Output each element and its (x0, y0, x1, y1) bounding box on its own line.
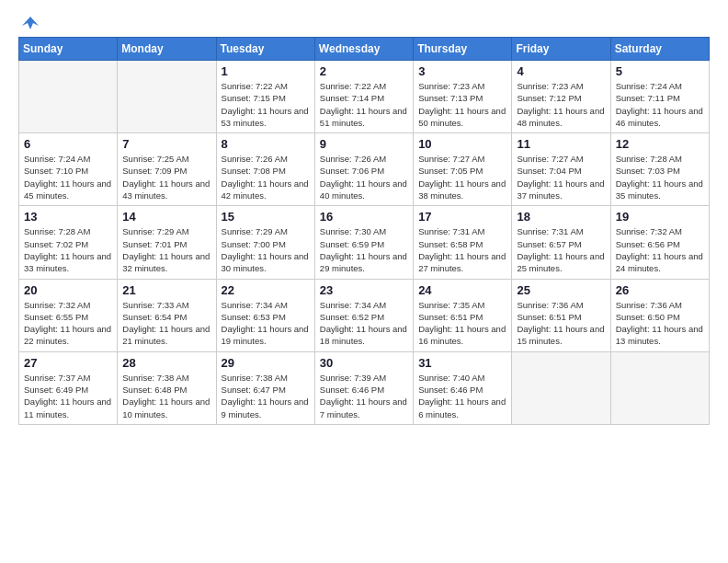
day-info: Sunrise: 7:27 AM Sunset: 7:04 PM Dayligh… (517, 153, 605, 201)
day-info: Sunrise: 7:38 AM Sunset: 6:48 PM Dayligh… (122, 372, 210, 420)
weekday-header-saturday: Saturday (610, 38, 709, 61)
day-info: Sunrise: 7:29 AM Sunset: 7:01 PM Dayligh… (122, 225, 210, 274)
calendar-week-row: 13Sunrise: 7:28 AM Sunset: 7:02 PM Dayli… (19, 206, 710, 279)
day-number: 8 (222, 137, 310, 151)
calendar-day-cell (512, 351, 610, 424)
day-info: Sunrise: 7:36 AM Sunset: 6:51 PM Dayligh… (517, 299, 605, 348)
weekday-header-tuesday: Tuesday (216, 38, 314, 61)
day-info: Sunrise: 7:40 AM Sunset: 6:46 PM Dayligh… (418, 372, 506, 420)
calendar-day-cell: 14Sunrise: 7:29 AM Sunset: 7:01 PM Dayli… (118, 206, 216, 279)
calendar-day-cell (118, 61, 216, 133)
day-info: Sunrise: 7:23 AM Sunset: 7:13 PM Dayligh… (418, 80, 506, 129)
calendar-day-cell: 22Sunrise: 7:34 AM Sunset: 6:53 PM Dayli… (216, 279, 314, 351)
day-info: Sunrise: 7:31 AM Sunset: 6:57 PM Dayligh… (517, 225, 605, 274)
weekday-header-sunday: Sunday (19, 38, 118, 61)
day-number: 26 (616, 283, 704, 297)
svg-marker-0 (22, 17, 39, 29)
calendar-day-cell: 12Sunrise: 7:28 AM Sunset: 7:03 PM Dayli… (610, 133, 709, 206)
day-number: 31 (418, 356, 506, 370)
calendar-week-row: 27Sunrise: 7:37 AM Sunset: 6:49 PM Dayli… (19, 351, 710, 424)
day-number: 2 (320, 64, 408, 78)
day-number: 22 (222, 283, 310, 297)
day-number: 5 (616, 64, 704, 78)
weekday-header-monday: Monday (118, 38, 216, 61)
day-number: 7 (122, 137, 210, 151)
day-number: 15 (222, 210, 310, 224)
day-number: 19 (616, 210, 704, 224)
day-number: 23 (320, 283, 408, 297)
day-info: Sunrise: 7:32 AM Sunset: 6:55 PM Dayligh… (24, 299, 112, 348)
calendar-week-row: 20Sunrise: 7:32 AM Sunset: 6:55 PM Dayli… (19, 279, 710, 351)
logo (18, 15, 40, 29)
calendar-day-cell: 20Sunrise: 7:32 AM Sunset: 6:55 PM Dayli… (19, 279, 118, 351)
calendar-day-cell: 10Sunrise: 7:27 AM Sunset: 7:05 PM Dayli… (414, 133, 512, 206)
calendar-day-cell (610, 351, 709, 424)
calendar-day-cell (19, 61, 118, 133)
calendar-day-cell: 25Sunrise: 7:36 AM Sunset: 6:51 PM Dayli… (512, 279, 610, 351)
day-info: Sunrise: 7:22 AM Sunset: 7:14 PM Dayligh… (320, 80, 408, 129)
weekday-header-thursday: Thursday (414, 38, 512, 61)
day-info: Sunrise: 7:28 AM Sunset: 7:03 PM Dayligh… (616, 153, 704, 201)
calendar-day-cell: 27Sunrise: 7:37 AM Sunset: 6:49 PM Dayli… (19, 351, 118, 424)
day-info: Sunrise: 7:28 AM Sunset: 7:02 PM Dayligh… (24, 225, 112, 274)
day-number: 4 (517, 64, 605, 78)
calendar-week-row: 1Sunrise: 7:22 AM Sunset: 7:15 PM Daylig… (19, 61, 710, 133)
logo-bird-icon (20, 13, 40, 33)
day-info: Sunrise: 7:27 AM Sunset: 7:05 PM Dayligh… (418, 153, 506, 201)
day-info: Sunrise: 7:22 AM Sunset: 7:15 PM Dayligh… (222, 80, 310, 129)
day-number: 25 (517, 283, 605, 297)
calendar-week-row: 6Sunrise: 7:24 AM Sunset: 7:10 PM Daylig… (19, 133, 710, 206)
calendar-day-cell: 6Sunrise: 7:24 AM Sunset: 7:10 PM Daylig… (19, 133, 118, 206)
day-number: 29 (222, 356, 310, 370)
calendar-day-cell: 24Sunrise: 7:35 AM Sunset: 6:51 PM Dayli… (414, 279, 512, 351)
page-header (18, 15, 710, 29)
calendar-day-cell: 11Sunrise: 7:27 AM Sunset: 7:04 PM Dayli… (512, 133, 610, 206)
calendar-day-cell: 9Sunrise: 7:26 AM Sunset: 7:06 PM Daylig… (314, 133, 413, 206)
weekday-header-friday: Friday (512, 38, 610, 61)
calendar-table: SundayMondayTuesdayWednesdayThursdayFrid… (18, 37, 710, 425)
day-info: Sunrise: 7:34 AM Sunset: 6:52 PM Dayligh… (320, 299, 408, 348)
calendar-day-cell: 17Sunrise: 7:31 AM Sunset: 6:58 PM Dayli… (414, 206, 512, 279)
calendar-day-cell: 15Sunrise: 7:29 AM Sunset: 7:00 PM Dayli… (216, 206, 314, 279)
calendar-day-cell: 4Sunrise: 7:23 AM Sunset: 7:12 PM Daylig… (512, 61, 610, 133)
day-info: Sunrise: 7:33 AM Sunset: 6:54 PM Dayligh… (122, 299, 210, 348)
day-info: Sunrise: 7:24 AM Sunset: 7:11 PM Dayligh… (616, 80, 704, 129)
day-number: 1 (222, 64, 310, 78)
day-info: Sunrise: 7:32 AM Sunset: 6:56 PM Dayligh… (616, 225, 704, 274)
day-info: Sunrise: 7:38 AM Sunset: 6:47 PM Dayligh… (222, 372, 310, 420)
day-number: 24 (418, 283, 506, 297)
day-info: Sunrise: 7:26 AM Sunset: 7:08 PM Dayligh… (222, 153, 310, 201)
day-info: Sunrise: 7:30 AM Sunset: 6:59 PM Dayligh… (320, 225, 408, 274)
calendar-day-cell: 13Sunrise: 7:28 AM Sunset: 7:02 PM Dayli… (19, 206, 118, 279)
weekday-header-wednesday: Wednesday (314, 38, 413, 61)
day-info: Sunrise: 7:23 AM Sunset: 7:12 PM Dayligh… (517, 80, 605, 129)
day-number: 21 (122, 283, 210, 297)
day-number: 17 (418, 210, 506, 224)
day-number: 3 (418, 64, 506, 78)
calendar-day-cell: 29Sunrise: 7:38 AM Sunset: 6:47 PM Dayli… (216, 351, 314, 424)
calendar-day-cell: 18Sunrise: 7:31 AM Sunset: 6:57 PM Dayli… (512, 206, 610, 279)
calendar-day-cell: 21Sunrise: 7:33 AM Sunset: 6:54 PM Dayli… (118, 279, 216, 351)
day-info: Sunrise: 7:39 AM Sunset: 6:46 PM Dayligh… (320, 372, 408, 420)
day-number: 13 (24, 210, 112, 224)
day-info: Sunrise: 7:31 AM Sunset: 6:58 PM Dayligh… (418, 225, 506, 274)
calendar-day-cell: 7Sunrise: 7:25 AM Sunset: 7:09 PM Daylig… (118, 133, 216, 206)
day-number: 28 (122, 356, 210, 370)
calendar-day-cell: 5Sunrise: 7:24 AM Sunset: 7:11 PM Daylig… (610, 61, 709, 133)
day-info: Sunrise: 7:34 AM Sunset: 6:53 PM Dayligh… (222, 299, 310, 348)
day-info: Sunrise: 7:35 AM Sunset: 6:51 PM Dayligh… (418, 299, 506, 348)
day-info: Sunrise: 7:36 AM Sunset: 6:50 PM Dayligh… (616, 299, 704, 348)
day-number: 12 (616, 137, 704, 151)
day-number: 27 (24, 356, 112, 370)
day-info: Sunrise: 7:37 AM Sunset: 6:49 PM Dayligh… (24, 372, 112, 420)
day-number: 18 (517, 210, 605, 224)
day-number: 9 (320, 137, 408, 151)
calendar-header-row: SundayMondayTuesdayWednesdayThursdayFrid… (19, 38, 710, 61)
calendar-day-cell: 28Sunrise: 7:38 AM Sunset: 6:48 PM Dayli… (118, 351, 216, 424)
calendar-day-cell: 19Sunrise: 7:32 AM Sunset: 6:56 PM Dayli… (610, 206, 709, 279)
day-number: 30 (320, 356, 408, 370)
calendar-day-cell: 8Sunrise: 7:26 AM Sunset: 7:08 PM Daylig… (216, 133, 314, 206)
day-number: 14 (122, 210, 210, 224)
day-number: 10 (418, 137, 506, 151)
day-number: 11 (517, 137, 605, 151)
